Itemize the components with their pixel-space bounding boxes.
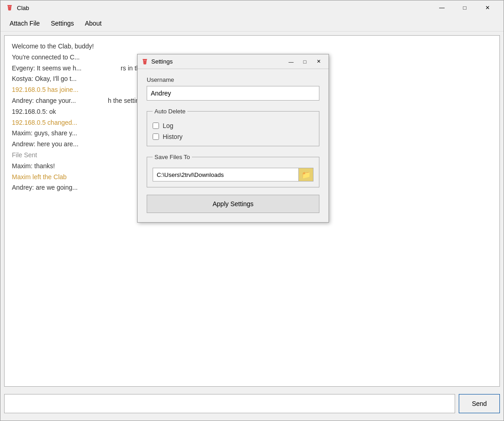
- log-checkbox[interactable]: [153, 123, 159, 129]
- menu-settings[interactable]: Settings: [45, 18, 80, 29]
- username-group: Username: [147, 76, 319, 101]
- menu-attach-file[interactable]: Attach File: [4, 18, 45, 29]
- log-label[interactable]: Log: [163, 122, 173, 129]
- auto-delete-group: Auto Delete Log History: [147, 108, 319, 146]
- dialog-controls: — □ ✕: [285, 56, 325, 67]
- history-checkbox-row: History: [153, 133, 313, 140]
- settings-dialog: Settings — □ ✕ Username: [137, 54, 329, 223]
- main-window: Clab — □ ✕ Attach File Settings About We…: [0, 0, 504, 421]
- username-label: Username: [147, 76, 319, 83]
- dialog-minimize-button[interactable]: —: [285, 56, 297, 67]
- app-icon: [6, 4, 13, 11]
- close-button[interactable]: ✕: [477, 1, 498, 14]
- svg-rect-3: [144, 60, 146, 61]
- save-files-group: Save Files To 📁: [147, 154, 319, 187]
- history-label[interactable]: History: [163, 133, 183, 140]
- list-item: Welcome to the Clab, buddy!: [12, 41, 492, 52]
- title-bar: Clab — □ ✕: [0, 0, 504, 15]
- window-title: Clab: [17, 5, 431, 11]
- chat-area: Welcome to the Clab, buddy! You're conne…: [4, 35, 500, 387]
- log-checkbox-row: Log: [153, 122, 313, 129]
- apply-settings-button[interactable]: Apply Settings: [147, 195, 319, 213]
- dialog-close-button[interactable]: ✕: [312, 56, 325, 67]
- save-files-path-input[interactable]: [153, 168, 298, 181]
- maximize-button[interactable]: □: [454, 1, 475, 14]
- save-files-input-row: 📁: [153, 168, 313, 181]
- history-checkbox[interactable]: [153, 133, 159, 140]
- dialog-app-icon: [141, 58, 149, 65]
- browse-button[interactable]: 📁: [298, 168, 313, 181]
- bottom-bar: Send: [4, 390, 500, 417]
- menu-bar: Attach File Settings About: [0, 15, 504, 32]
- username-input[interactable]: [147, 86, 319, 101]
- send-button[interactable]: Send: [459, 394, 500, 413]
- dialog-maximize-button[interactable]: □: [298, 56, 311, 67]
- dialog-title-bar: Settings — □ ✕: [138, 54, 329, 69]
- menu-about[interactable]: About: [80, 18, 107, 29]
- dialog-title: Settings: [151, 58, 285, 65]
- window-controls: — □ ✕: [431, 1, 498, 14]
- auto-delete-label: Auto Delete: [153, 108, 187, 115]
- svg-rect-1: [9, 6, 11, 7]
- save-files-label: Save Files To: [153, 154, 192, 160]
- minimize-button[interactable]: —: [431, 1, 452, 14]
- message-input[interactable]: [4, 394, 455, 413]
- dialog-body: Username Auto Delete Log History: [138, 69, 329, 222]
- svg-rect-0: [7, 5, 12, 6]
- folder-icon: 📁: [302, 171, 311, 179]
